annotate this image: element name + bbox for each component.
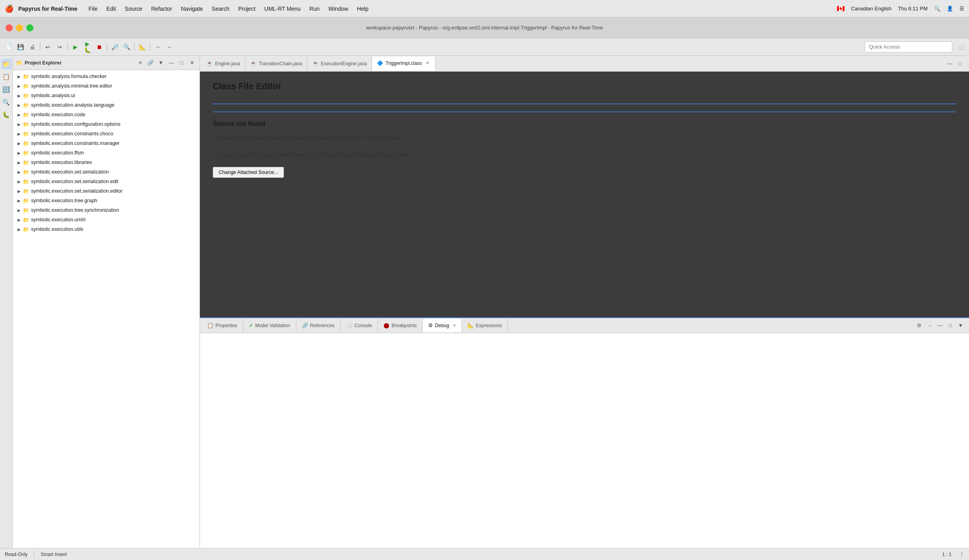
menu-run[interactable]: Run <box>305 4 324 14</box>
change-attached-source-button[interactable]: Change Attached Source... <box>213 167 284 178</box>
toolbar-layout[interactable]: ⬜ <box>955 42 966 52</box>
tree-item[interactable]: ▶ 📁 symbolic.execution.analysis.language <box>13 100 200 110</box>
tab-debug[interactable]: ⚙ Debug ✕ <box>423 319 462 332</box>
menu-search[interactable]: Search <box>208 4 233 14</box>
tree-item[interactable]: ▶ 📁 symbolic.analysis.formula.checker <box>13 72 200 81</box>
toolbar-run[interactable]: ▶ <box>70 42 80 52</box>
toolbar-perspective[interactable]: 📐 <box>137 42 147 52</box>
toolbar-new[interactable]: 📄 <box>3 42 14 52</box>
maximize-button[interactable] <box>26 24 33 31</box>
debug-settings-icon[interactable]: ⚙ <box>915 321 924 330</box>
sidebar-icon-explorer[interactable]: 📁 <box>1 59 12 69</box>
search-icon[interactable]: 🔍 <box>934 6 940 12</box>
toolbar-next[interactable]: → <box>153 42 163 52</box>
tree-item[interactable]: ▶ 📁 symbolic.execution.configuration.opt… <box>13 119 200 129</box>
panel-dropdown[interactable]: ▼ <box>157 59 165 67</box>
menu-source[interactable]: Source <box>121 4 146 14</box>
tree-item[interactable]: ▶ 📁 symbolic.execution.utils <box>13 224 200 234</box>
toolbar-print[interactable]: 🖨 <box>27 42 37 52</box>
tree-item[interactable]: ▶ 📁 symbolic.execution.constraints.choco <box>13 129 200 139</box>
toolbar-undo[interactable]: ↩ <box>43 42 53 52</box>
tree-arrow: ▶ <box>16 217 22 223</box>
menu-icon[interactable]: ☰ <box>959 6 964 12</box>
tree-item[interactable]: ▶ 📁 symbolic.execution.set.serialization <box>13 167 200 177</box>
editor-tabs-max[interactable]: □ <box>955 59 964 68</box>
tab-expressions[interactable]: 📐 Expressions <box>462 319 508 332</box>
tree-item[interactable]: ▶ 📁 symbolic.execution.ffsm <box>13 148 200 158</box>
project-explorer-icon: 📁 <box>16 60 22 66</box>
tree-item[interactable]: ▶ 📁 symbolic.execution.constraints.manag… <box>13 139 200 148</box>
tab-references[interactable]: 🔗 References <box>296 319 341 332</box>
tree-item-label: symbolic.analysis.formula.checker <box>31 74 107 79</box>
toolbar-search[interactable]: 🔍 <box>121 42 132 52</box>
tree-item[interactable]: ▶ 📁 symbolic.execution.code <box>13 110 200 119</box>
sep5 <box>150 43 150 51</box>
tree-item[interactable]: ▶ 📁 symbolic.execution.set.serialization… <box>13 177 200 186</box>
menu-window[interactable]: Window <box>325 4 352 14</box>
tree-item[interactable]: ▶ 📁 symbolic.analysis.minimal.tree.edito… <box>13 81 200 91</box>
toolbar-redo[interactable]: ↪ <box>55 42 65 52</box>
toolbar-debug[interactable]: ▶🐛 <box>82 42 92 52</box>
editor-tabs-min[interactable]: — <box>945 59 954 68</box>
tree-item[interactable]: ▶ 📁 symbolic.execution.tree.synchronizat… <box>13 205 200 215</box>
tab-engine-java[interactable]: ☕ Engine.java <box>202 57 245 71</box>
statusbar-more[interactable]: ⋮ <box>959 552 964 557</box>
menu-file[interactable]: File <box>84 4 102 14</box>
sidebar-icon-debug[interactable]: 🐛 <box>1 110 12 120</box>
tab-triggerimpl-close[interactable]: ✕ <box>424 60 431 66</box>
debug-maximize-icon[interactable]: □ <box>946 321 955 330</box>
tree-item[interactable]: ▶ 📁 symbolic.analysis.ui <box>13 91 200 100</box>
close-button[interactable] <box>6 24 13 31</box>
user-icon[interactable]: 👤 <box>947 6 953 12</box>
sep4 <box>134 43 135 51</box>
tree-arrow: ▶ <box>16 226 22 232</box>
minimize-button[interactable] <box>16 24 23 31</box>
statusbar-read-only: Read-Only <box>5 552 27 557</box>
panel-maximize[interactable]: □ <box>177 59 186 67</box>
sidebar-icon-search[interactable]: 🔍 <box>1 97 12 107</box>
sidebar-icon-outline[interactable]: 📋 <box>1 72 12 82</box>
panel-collapse-all[interactable]: ≡ <box>136 59 145 67</box>
menu-help[interactable]: Help <box>353 4 372 14</box>
menu-edit[interactable]: Edit <box>102 4 120 14</box>
panel-close[interactable]: ✕ <box>188 59 196 67</box>
tab-breakpoints[interactable]: ⬤ Breakpoints <box>378 319 423 332</box>
panel-link[interactable]: 🔗 <box>146 59 155 67</box>
toolbar-stop[interactable]: ⏹ <box>94 42 104 52</box>
tab-triggerimpl-class[interactable]: 🔷 TriggerImpl.class ✕ <box>372 57 436 71</box>
tree-item[interactable]: ▶ 📁 symbolic.execution.tree.graph <box>13 196 200 205</box>
breakpoints-icon: ⬤ <box>384 322 390 328</box>
tree-arrow: ▶ <box>16 150 22 156</box>
menu-umlrt[interactable]: UML-RT Menu <box>260 4 305 14</box>
menu-refactor[interactable]: Refactor <box>147 4 176 14</box>
quick-access-input[interactable] <box>865 41 952 53</box>
tree-item[interactable]: ▶ 📁 symbolic.execution.set.serialization… <box>13 186 200 196</box>
tree-item[interactable]: ▶ 📁 symbolic.execution.umlrt <box>13 215 200 224</box>
tree-item-label: symbolic.execution.set.serialization.edi… <box>31 179 118 184</box>
menu-navigate[interactable]: Navigate <box>177 4 207 14</box>
debug-view-menu-icon[interactable]: ▼ <box>956 321 965 330</box>
folder-icon: 📁 <box>22 197 29 204</box>
tree-item[interactable]: ▶ 📁 symbolic.execution.libraries <box>13 158 200 167</box>
debug-next-icon[interactable]: → <box>925 321 934 330</box>
debug-minimize-icon[interactable]: — <box>936 321 944 330</box>
sep1 <box>40 43 40 51</box>
tree-arrow: ▶ <box>16 73 22 80</box>
toolbar-open-type[interactable]: 🔎 <box>110 42 120 52</box>
tab-properties[interactable]: 📋 Properties <box>202 319 243 332</box>
toolbar-save[interactable]: 💾 <box>15 42 25 52</box>
folder-icon: 📁 <box>22 159 29 166</box>
project-explorer-header: 📁 Project Explorer ≡ 🔗 ▼ — □ ✕ <box>13 56 200 70</box>
sidebar-icon-hierarchy[interactable]: 🔢 <box>1 84 12 95</box>
panel-minimize[interactable]: — <box>167 59 176 67</box>
toolbar-back[interactable]: ← <box>164 42 175 52</box>
tab-executionengine-java[interactable]: ☕ ExecutionEngine.java <box>307 57 372 71</box>
window-title: workspace-papyrusrt - Papyrus - org.ecli… <box>366 25 603 31</box>
tab-console[interactable]: ⬜ Console <box>341 319 378 332</box>
statusbar: Read-Only Smart Insert 1 : 1 ⋮ <box>0 548 969 560</box>
debug-close-icon[interactable]: ✕ <box>453 323 456 328</box>
tab-transitionchain-java[interactable]: ☕ TransitionChain.java <box>245 57 307 71</box>
tab-model-validation[interactable]: ✔ Model Validation <box>243 319 296 332</box>
apple-menu[interactable]: 🍎 <box>5 4 14 13</box>
menu-project[interactable]: Project <box>234 4 260 14</box>
